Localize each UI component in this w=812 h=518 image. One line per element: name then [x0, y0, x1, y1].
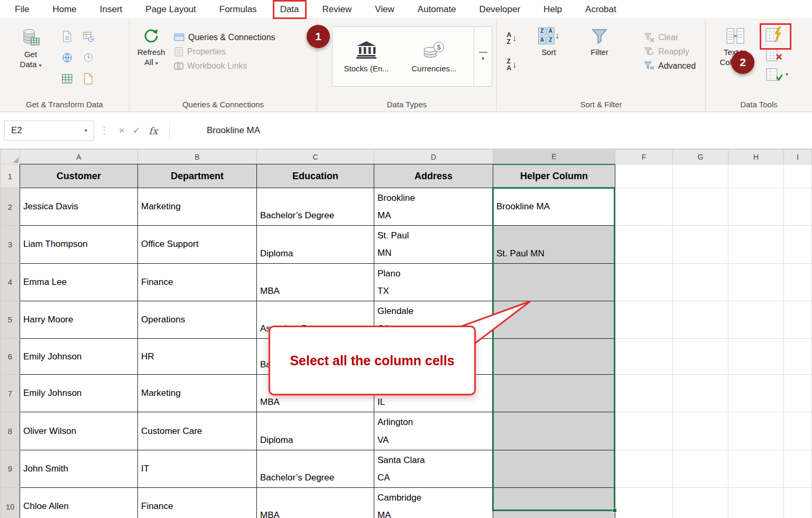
cell-blank[interactable] — [615, 375, 673, 412]
cell-education[interactable]: MBA — [257, 263, 374, 301]
cell-department[interactable]: Operations — [138, 301, 257, 338]
cell-blank[interactable] — [615, 188, 673, 226]
cell-blank[interactable] — [673, 339, 728, 375]
table-column-header[interactable]: Education — [257, 164, 374, 188]
cell-customer[interactable]: Liam Thompson — [20, 226, 138, 263]
recent-file-button[interactable] — [80, 71, 96, 87]
cell-blank[interactable] — [615, 412, 673, 450]
cell-address[interactable]: Santa Clara CA — [374, 450, 493, 487]
menu-tab-page-layout[interactable]: Page Layout — [145, 4, 196, 15]
reapply-filter-button[interactable]: Reapply — [644, 47, 696, 57]
insert-function-icon[interactable]: fx — [144, 125, 163, 136]
data-validation-button[interactable] — [764, 67, 784, 82]
column-header-D[interactable]: D — [374, 150, 493, 164]
cell-education[interactable]: Bachelor’s Degree — [257, 188, 374, 226]
currencies-button[interactable]: $ Currencies... — [400, 27, 468, 86]
row-header-5[interactable]: 5 — [1, 301, 20, 338]
cell-customer[interactable]: Chloe Allen — [20, 487, 138, 518]
cell-customer[interactable]: Emily Johnson — [20, 375, 138, 412]
menu-tab-home[interactable]: Home — [52, 4, 76, 15]
row-header-9[interactable]: 9 — [1, 450, 20, 487]
menu-tab-file[interactable]: File — [15, 4, 29, 15]
menu-tab-review[interactable]: Review — [322, 4, 352, 15]
menu-tab-insert[interactable]: Insert — [100, 4, 123, 15]
from-web-button[interactable] — [59, 50, 75, 66]
cell-customer[interactable]: John Smith — [20, 450, 138, 487]
cell-helper[interactable]: Brookline MA — [493, 188, 615, 226]
row-header-6[interactable]: 6 — [1, 339, 20, 375]
table-column-header[interactable]: Helper Column — [493, 164, 615, 188]
menu-tab-data[interactable]: Data — [280, 4, 299, 15]
name-box[interactable]: E2 ▾ — [4, 121, 94, 141]
cell-customer[interactable]: Emma Lee — [20, 263, 138, 301]
cell-customer[interactable]: Harry Moore — [20, 301, 138, 338]
menu-tab-automate[interactable]: Automate — [418, 4, 456, 15]
cell-blank[interactable] — [728, 226, 784, 263]
row-header-2[interactable]: 2 — [1, 188, 20, 226]
cell-blank[interactable] — [728, 412, 784, 450]
cell-education[interactable]: Diploma — [257, 412, 374, 450]
menu-tab-view[interactable]: View — [375, 4, 394, 15]
sort-button[interactable]: ZA AZ ↓ Sort — [534, 24, 564, 58]
column-header-G[interactable]: G — [673, 150, 728, 164]
cell-blank[interactable] — [784, 301, 812, 338]
cell-blank[interactable] — [784, 164, 812, 188]
cell-helper[interactable]: St. Paul MN — [493, 226, 615, 263]
cell-education[interactable]: Bachelor’s Degree — [257, 450, 374, 487]
menu-tab-developer[interactable]: Developer — [479, 4, 521, 15]
formula-input[interactable]: Brookline MA — [207, 125, 260, 136]
cell-blank[interactable] — [784, 487, 812, 518]
cell-blank[interactable] — [673, 226, 728, 263]
select-all-corner[interactable] — [1, 150, 20, 164]
cell-blank[interactable] — [728, 164, 784, 188]
column-header-H[interactable]: H — [728, 150, 784, 164]
cell-blank[interactable] — [673, 263, 728, 301]
cell-blank[interactable] — [615, 339, 673, 375]
enter-check-icon[interactable]: ✓ — [129, 125, 144, 136]
cell-blank[interactable] — [728, 450, 784, 487]
refresh-all-button[interactable]: Refresh All ▾ — [134, 24, 169, 68]
column-header-F[interactable]: F — [615, 150, 673, 164]
column-header-C[interactable]: C — [257, 150, 374, 164]
cancel-icon[interactable]: × — [114, 125, 129, 136]
cell-department[interactable]: HR — [138, 339, 257, 375]
cell-address[interactable]: Cambridge MA — [374, 487, 493, 518]
cell-department[interactable]: Marketing — [138, 375, 257, 412]
menu-tab-formulas[interactable]: Formulas — [219, 4, 257, 15]
cell-education[interactable]: Diploma — [257, 226, 374, 263]
data-types-scroll[interactable]: ▾ — [474, 27, 492, 86]
cell-blank[interactable] — [728, 263, 784, 301]
cell-blank[interactable] — [673, 487, 728, 518]
cell-department[interactable]: Finance — [138, 487, 257, 518]
cell-department[interactable]: Marketing — [138, 188, 257, 226]
clear-filter-button[interactable]: Clear — [644, 33, 696, 42]
recent-sources-button[interactable] — [80, 29, 96, 44]
remove-duplicates-button[interactable] — [764, 47, 784, 64]
workbook-links-button[interactable]: Workbook Links — [174, 61, 275, 71]
cell-blank[interactable] — [784, 263, 812, 301]
row-header-10[interactable]: 10 — [1, 487, 20, 518]
cell-blank[interactable] — [784, 375, 812, 412]
cell-blank[interactable] — [673, 301, 728, 338]
cell-blank[interactable] — [673, 450, 728, 487]
table-column-header[interactable]: Customer — [20, 164, 138, 188]
flash-fill-button[interactable] — [764, 25, 784, 44]
cell-address[interactable]: Brookline MA — [374, 188, 493, 226]
cell-blank[interactable] — [728, 375, 784, 412]
stocks-button[interactable]: Stocks (En... — [333, 27, 400, 86]
cell-blank[interactable] — [615, 301, 673, 338]
cell-blank[interactable] — [784, 339, 812, 375]
queries-connections-button[interactable]: Queries & Connections — [174, 33, 275, 42]
advanced-filter-button[interactable]: Advanced — [644, 61, 696, 71]
row-header-1[interactable]: 1 — [1, 164, 20, 188]
cell-address[interactable]: St. Paul MN — [374, 226, 493, 263]
cell-blank[interactable] — [615, 263, 673, 301]
cell-department[interactable]: Finance — [138, 263, 257, 301]
cell-blank[interactable] — [673, 164, 728, 188]
column-header-B[interactable]: B — [138, 150, 257, 164]
cell-blank[interactable] — [784, 450, 812, 487]
menu-tab-help[interactable]: Help — [543, 4, 562, 15]
cell-customer[interactable]: Emily Johnson — [20, 339, 138, 375]
column-header-A[interactable]: A — [20, 150, 138, 164]
menu-tab-acrobat[interactable]: Acrobat — [585, 4, 616, 15]
